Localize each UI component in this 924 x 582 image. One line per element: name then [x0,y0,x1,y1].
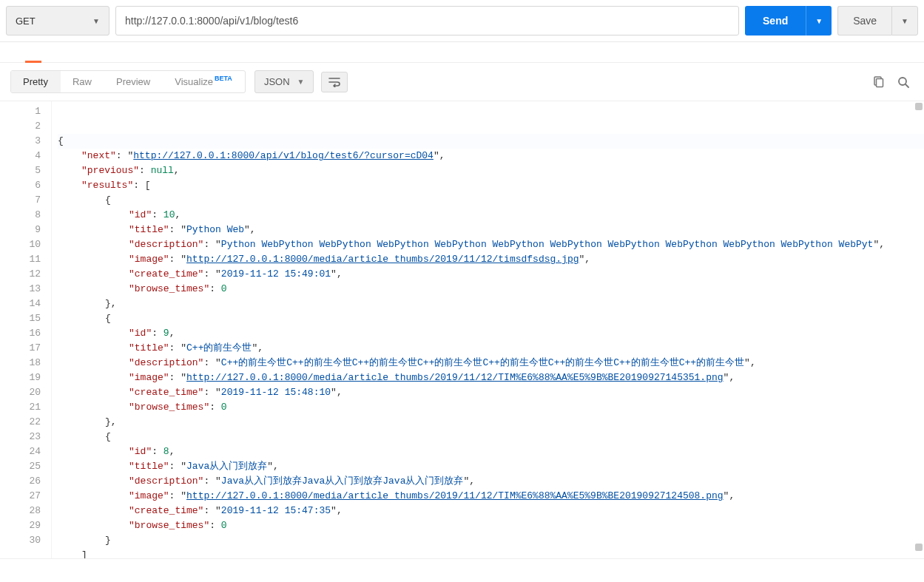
search-button[interactable] [893,72,914,92]
http-method-select[interactable]: GET ▼ [6,6,109,35]
wrap-lines-button[interactable] [321,72,348,92]
copy-icon [872,76,884,88]
send-button-group: Send ▼ [745,6,832,35]
request-bar: GET ▼ Send ▼ Save ▼ [0,0,924,42]
response-body-code[interactable]: {"next": "http://127.0.0.1:8000/api/v1/b… [52,101,924,558]
line-number-gutter: 1234567891011121314151617181920212223242… [0,101,52,558]
scrollbar-thumb-bottom[interactable] [915,544,923,551]
http-method-value: GET [16,16,36,27]
wrap-icon [328,77,340,87]
format-select[interactable]: JSON ▼ [254,70,314,93]
search-icon [897,76,909,88]
save-button-group: Save ▼ [837,6,918,35]
url-input[interactable] [115,6,739,35]
beta-badge: BETA [215,75,232,82]
tab-indicator-strip [0,42,924,63]
tab-visualize-label: Visualize [175,76,213,87]
tab-pretty[interactable]: Pretty [11,71,61,92]
svg-line-3 [906,84,908,87]
copy-button[interactable] [868,72,888,92]
send-dropdown-button[interactable]: ▼ [806,6,832,35]
svg-rect-1 [877,78,883,87]
save-dropdown-button[interactable]: ▼ [891,6,918,35]
chevron-down-icon: ▼ [92,17,100,25]
response-toolbar: Pretty Raw Preview VisualizeBETA JSON ▼ [0,63,924,101]
send-button[interactable]: Send [745,6,806,35]
scrollbar-thumb-top[interactable] [915,103,923,110]
tab-visualize[interactable]: VisualizeBETA [163,71,245,92]
response-body-area: 1234567891011121314151617181920212223242… [0,101,924,559]
save-button[interactable]: Save [837,6,891,35]
format-value: JSON [264,76,290,87]
tab-preview[interactable]: Preview [104,71,163,92]
view-tabs: Pretty Raw Preview VisualizeBETA [10,70,246,93]
chevron-down-icon: ▼ [297,78,305,86]
tab-raw[interactable]: Raw [61,71,104,92]
